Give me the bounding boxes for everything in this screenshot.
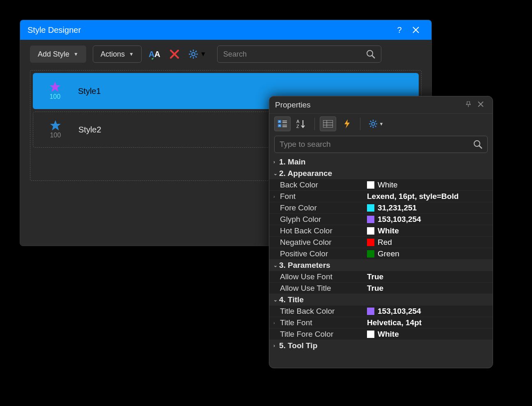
svg-line-8 <box>195 56 197 57</box>
property-name: Glyph Color <box>269 215 367 224</box>
property-name: Title Back Color <box>269 307 367 316</box>
property-value-text: White <box>378 180 398 189</box>
sort-az-icon: AZ <box>296 119 306 128</box>
chevron-down-icon: ▼ <box>379 121 384 126</box>
property-value[interactable]: True <box>367 272 493 281</box>
svg-point-40 <box>474 141 480 146</box>
svg-text:A: A <box>154 50 160 59</box>
help-button[interactable]: ? <box>391 25 408 35</box>
property-row[interactable]: Fore Color31,231,251 <box>269 202 493 214</box>
categorized-view-button[interactable]: ++ <box>274 116 291 131</box>
property-row[interactable]: Title Fore ColorWhite <box>269 328 493 340</box>
property-row[interactable]: ›Title FontHelvetica, 14pt <box>269 317 493 328</box>
search-field[interactable] <box>217 46 381 63</box>
toolbar-separator <box>314 118 315 130</box>
property-name: ›Font <box>269 192 367 201</box>
properties-toolbar: ++ AZ <box>269 114 493 134</box>
property-value-text: True <box>367 272 383 281</box>
pin-icon <box>466 101 471 107</box>
property-category-header[interactable]: ›1. Main <box>269 156 493 168</box>
property-row[interactable]: Allow Use FontTrue <box>269 271 493 283</box>
property-row[interactable]: Hot Back ColorWhite <box>269 225 493 237</box>
property-row[interactable]: Back ColorWhite <box>269 179 493 191</box>
property-row[interactable]: Negative ColorRed <box>269 237 493 248</box>
settings-button[interactable]: ▼ <box>188 47 207 62</box>
search-input[interactable] <box>223 50 366 59</box>
property-value[interactable]: Helvetica, 14pt <box>367 318 493 327</box>
svg-line-37 <box>375 126 376 127</box>
svg-line-9 <box>190 56 191 57</box>
property-value[interactable]: True <box>367 284 493 293</box>
property-value-text: White <box>378 226 399 235</box>
properties-grid: ›1. Main⌄2. AppearanceBack ColorWhite›Fo… <box>269 156 493 368</box>
star-icon <box>50 120 61 131</box>
font-aa-icon: A A <box>149 49 161 59</box>
close-button[interactable] <box>408 26 424 34</box>
svg-point-2 <box>192 52 195 56</box>
events-view-button[interactable] <box>339 116 355 131</box>
chevron-down-icon: ⌄ <box>273 297 279 303</box>
property-value-text: Lexend, 16pt, style=Bold <box>367 192 459 201</box>
property-value[interactable]: Lexend, 16pt, style=Bold <box>367 192 493 201</box>
property-category-header[interactable]: ›5. Tool Tip <box>269 340 493 351</box>
help-icon: ? <box>397 25 401 34</box>
pin-button[interactable] <box>462 101 475 109</box>
svg-line-10 <box>195 51 197 52</box>
properties-settings-button[interactable]: ▼ <box>365 116 387 131</box>
property-row[interactable]: Title Back Color153,103,254 <box>269 306 493 317</box>
chevron-right-icon: › <box>273 343 279 349</box>
categorized-icon: ++ <box>278 120 287 128</box>
property-value[interactable]: 31,231,251 <box>367 203 493 212</box>
chevron-down-icon: ⌄ <box>273 171 279 176</box>
property-row[interactable]: Glyph Color153,103,254 <box>269 214 493 225</box>
property-category-label: 3. Parameters <box>279 261 330 270</box>
add-style-button[interactable]: Add Style ▼ <box>30 46 86 63</box>
svg-text:+: + <box>279 124 280 127</box>
add-style-label: Add Style <box>38 50 69 59</box>
properties-search-field[interactable] <box>274 136 488 153</box>
property-value[interactable]: 153,103,254 <box>367 307 493 316</box>
property-value-text: 31,231,251 <box>378 203 417 212</box>
property-row[interactable]: Allow Use TitleTrue <box>269 283 493 294</box>
property-category-header[interactable]: ⌄3. Parameters <box>269 260 493 271</box>
property-name: Positive Color <box>269 249 367 258</box>
property-value-text: White <box>378 330 399 339</box>
property-value[interactable]: White <box>367 226 493 235</box>
alphabetical-view-button[interactable]: AZ <box>293 116 310 131</box>
property-value[interactable]: Green <box>367 249 493 258</box>
actions-button[interactable]: Actions ▼ <box>93 46 142 63</box>
svg-marker-30 <box>344 119 350 128</box>
property-value[interactable]: White <box>367 180 493 189</box>
property-value[interactable]: White <box>367 330 493 339</box>
svg-point-31 <box>371 122 374 125</box>
property-name: Negative Color <box>269 238 367 247</box>
property-category-header[interactable]: ⌄2. Appearance <box>269 168 493 179</box>
property-value[interactable]: 153,103,254 <box>367 215 493 224</box>
color-swatch <box>367 239 374 246</box>
lightning-icon <box>344 119 350 128</box>
property-name: Title Fore Color <box>269 330 367 339</box>
property-row[interactable]: ›FontLexend, 16pt, style=Bold <box>269 191 493 202</box>
properties-titlebar: Properties <box>269 96 493 114</box>
property-category-header[interactable]: ⌄4. Title <box>269 294 493 306</box>
property-row[interactable]: Positive ColorGreen <box>269 248 493 260</box>
properties-search-input[interactable] <box>280 140 473 149</box>
svg-line-41 <box>479 146 482 148</box>
delete-button[interactable] <box>168 47 181 62</box>
property-value-text: 153,103,254 <box>378 215 421 224</box>
property-value-text: 153,103,254 <box>378 307 421 316</box>
style-item-name: Style2 <box>78 125 101 135</box>
font-style-button[interactable]: A A <box>148 47 161 62</box>
color-swatch <box>367 204 374 212</box>
properties-close-button[interactable] <box>475 101 487 109</box>
properties-view-button[interactable] <box>320 116 336 131</box>
property-value[interactable]: Red <box>367 238 493 247</box>
property-value-text: Red <box>378 238 392 247</box>
property-name: Allow Use Title <box>269 284 367 293</box>
delete-x-icon <box>170 49 179 59</box>
chevron-down-icon: ▼ <box>129 51 134 57</box>
style-item-indicator: 100 <box>44 82 66 100</box>
svg-line-38 <box>370 126 371 127</box>
chevron-down-icon: ▼ <box>200 50 206 58</box>
svg-point-11 <box>367 50 373 56</box>
